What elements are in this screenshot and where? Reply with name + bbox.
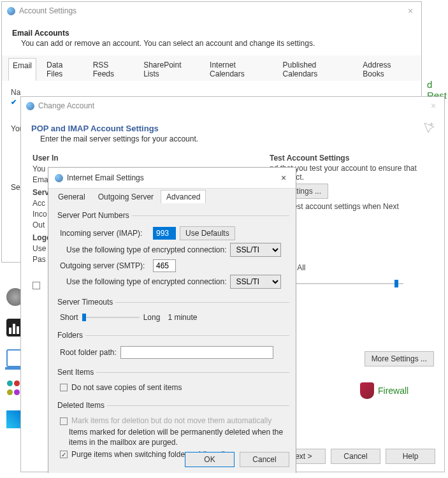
name-column: Na [11, 88, 412, 97]
sent-items-check-label: Do not save copies of sent items [71, 383, 182, 392]
long-label: Long [143, 313, 161, 322]
firewall-label: Firewall [378, 386, 408, 396]
header-area: Email Accounts You can add or remove an … [2, 20, 421, 55]
shield-icon [360, 382, 374, 399]
help-button[interactable]: Help [386, 449, 435, 464]
encryption-label-1: Use the following type of encrypted conn… [66, 245, 226, 254]
timeout-value: 1 minute [168, 313, 197, 322]
cancel-button[interactable]: Cancel [240, 452, 289, 467]
check-icon: ✔ [11, 98, 17, 106]
titlebar: Internet Email Settings × [48, 168, 296, 188]
close-icon[interactable]: × [405, 6, 416, 16]
tab-data-files[interactable]: Data Files [43, 58, 83, 81]
tab-sharepoint-lists[interactable]: SharePoint Lists [140, 58, 199, 81]
root-path-input[interactable] [120, 346, 273, 359]
folders-group: Folders Root folder path: [55, 331, 289, 364]
all-label: All [297, 263, 305, 272]
close-icon[interactable]: × [278, 173, 289, 183]
tab-general[interactable]: General [52, 190, 91, 203]
tabs-row: EmailData FilesRSS FeedsSharePoint Lists… [2, 55, 421, 82]
server-port-group: Server Port Numbers Incoming server (IMA… [55, 211, 289, 294]
tab-outgoing-server[interactable]: Outgoing Server [92, 190, 159, 203]
app-icon [7, 7, 15, 15]
sent-items-legend: Sent Items [55, 368, 96, 377]
timeout-slider[interactable] [82, 317, 140, 318]
root-path-label: Root folder path: [60, 348, 117, 357]
tab-email[interactable]: Email [8, 58, 36, 81]
tab-internet-calendars[interactable]: Internet Calendars [206, 58, 273, 81]
deletion-description: Items marked for deletion will be perman… [69, 428, 289, 447]
outgoing-server-label: Outgoing server (SMTP): [60, 261, 149, 270]
test-settings-heading: Test Account Settings [270, 154, 433, 163]
outgoing-port-input[interactable] [153, 259, 176, 272]
outgoing-encryption-select[interactable]: SSL/TLS [230, 275, 281, 289]
use-defaults-button[interactable]: Use Defaults [180, 226, 235, 240]
tab-advanced[interactable]: Advanced [161, 190, 206, 203]
firewall-link[interactable]: Firewall [360, 382, 408, 399]
tab-published-calendars[interactable]: Published Calendars [279, 58, 353, 81]
tabs-row: GeneralOutgoing ServerAdvanced [48, 188, 296, 203]
mark-deletion-label: Mark items for deletion but do not move … [71, 416, 271, 425]
page-subtitle: Enter the mail server settings for your … [31, 134, 434, 143]
encryption-label-2: Use the following type of encrypted conn… [66, 277, 226, 286]
page-title: POP and IMAP Account Settings [31, 124, 434, 133]
timeouts-legend: Server Timeouts [55, 298, 115, 307]
incoming-server-label: Incoming server (IMAP): [60, 229, 149, 238]
sent-items-checkbox[interactable] [60, 384, 68, 391]
server-timeouts-group: Server Timeouts Short Long 1 minute [55, 298, 289, 327]
tab-address-books[interactable]: Address Books [359, 58, 415, 81]
folders-legend: Folders [55, 331, 85, 340]
titlebar: Change Account × [21, 97, 444, 115]
purge-checkbox[interactable]: ✓ [60, 451, 68, 458]
mark-deletion-checkbox[interactable] [60, 417, 68, 425]
internet-email-settings-dialog: Internet Email Settings × GeneralOutgoin… [48, 167, 296, 473]
user-info-heading: User Information [33, 154, 58, 163]
incoming-encryption-select[interactable]: SSL/TLS [230, 243, 281, 257]
titlebar: Account Settings × [2, 2, 421, 20]
window-title: Change Account [38, 101, 94, 110]
ok-button[interactable]: OK [185, 452, 235, 467]
page-subtitle: You can add or remove an account. You ca… [12, 39, 411, 48]
dialog-title: Internet Email Settings [67, 173, 144, 182]
short-label: Short [60, 313, 78, 322]
server-port-legend: Server Port Numbers [55, 211, 132, 220]
more-settings-button[interactable]: More Settings ... [365, 351, 434, 366]
tab-rss-feeds[interactable]: RSS Feeds [89, 58, 134, 81]
mail-icon [55, 174, 63, 182]
cancel-button[interactable]: Cancel [331, 449, 380, 464]
sent-items-group: Sent Items Do not save copies of sent it… [55, 368, 289, 397]
window-title: Account Settings [19, 6, 76, 15]
app-icon [26, 102, 34, 110]
remember-checkbox[interactable] [33, 282, 40, 289]
close-icon[interactable]: × [428, 101, 439, 111]
page-title: Email Accounts [12, 29, 411, 38]
deleted-items-legend: Deleted Items [55, 401, 107, 410]
header-area: POP and IMAP Account Settings Enter the … [21, 115, 444, 147]
incoming-port-input[interactable] [153, 227, 176, 240]
cursor-sparkle-icon [423, 121, 437, 135]
